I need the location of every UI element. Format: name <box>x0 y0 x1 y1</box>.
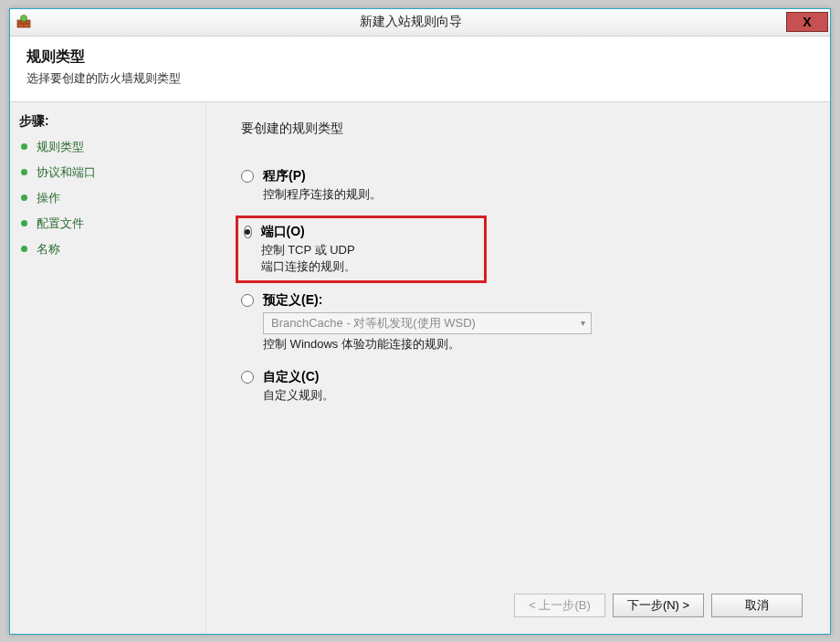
back-button-label: < 上一步(B) <box>529 597 591 614</box>
svg-point-6 <box>21 16 27 22</box>
step-label: 协议和端口 <box>37 164 96 181</box>
option-desc: 控制 TCP 或 UDP 端口连接的规则。 <box>261 242 365 275</box>
wizard-window: 新建入站规则向导 X 规则类型 选择要创建的防火墙规则类型 步骤: 规则类型 协… <box>9 8 831 635</box>
step-label: 操作 <box>37 190 60 206</box>
next-button[interactable]: 下一步(N) > <box>613 594 704 617</box>
bullet-icon <box>21 169 27 175</box>
step-protocol-port[interactable]: 协议和端口 <box>21 164 194 181</box>
content-area: 步骤: 规则类型 协议和端口 操作 配置文件 名称 要创 <box>10 102 830 634</box>
step-name[interactable]: 名称 <box>21 241 194 258</box>
page-subtitle: 选择要创建的防火墙规则类型 <box>26 70 815 87</box>
option-desc: 控制 Windows 体验功能连接的规则。 <box>263 336 592 353</box>
option-custom[interactable]: 自定义(C) 自定义规则。 <box>241 365 803 407</box>
highlight-box: 端口(O) 控制 TCP 或 UDP 端口连接的规则。 <box>236 216 487 283</box>
header-section: 规则类型 选择要创建的防火墙规则类型 <box>10 37 830 102</box>
firewall-icon <box>16 14 32 30</box>
page-title: 规则类型 <box>26 47 815 67</box>
option-title: 预定义(E): <box>263 292 592 309</box>
option-text: 程序(P) 控制程序连接的规则。 <box>263 168 382 203</box>
option-port[interactable]: 端口(O) 控制 TCP 或 UDP 端口连接的规则。 <box>238 222 365 277</box>
radio-custom[interactable] <box>241 371 254 384</box>
close-button[interactable]: X <box>786 12 828 32</box>
option-title: 自定义(C) <box>263 369 334 385</box>
option-desc: 自定义规则。 <box>263 387 334 404</box>
option-text: 自定义(C) 自定义规则。 <box>263 369 334 404</box>
steps-sidebar: 步骤: 规则类型 协议和端口 操作 配置文件 名称 <box>10 102 206 634</box>
step-label: 名称 <box>37 241 60 258</box>
bullet-icon <box>21 143 27 150</box>
cancel-button[interactable]: 取消 <box>711 594 803 617</box>
radio-program[interactable] <box>241 170 254 183</box>
radio-predefined[interactable] <box>241 294 254 307</box>
radio-port[interactable] <box>244 226 252 238</box>
option-text: 端口(O) 控制 TCP 或 UDP 端口连接的规则。 <box>261 224 365 275</box>
option-desc: 控制程序连接的规则。 <box>263 186 382 203</box>
prompt-label: 要创建的规则类型 <box>241 121 803 137</box>
step-rule-type[interactable]: 规则类型 <box>21 139 194 155</box>
step-label: 配置文件 <box>37 216 84 232</box>
option-program[interactable]: 程序(P) 控制程序连接的规则。 <box>241 164 803 206</box>
bullet-icon <box>21 195 27 201</box>
option-text: 预定义(E): BranchCache - 对等机发现(使用 WSD) ▾ 控制… <box>263 292 592 353</box>
window-title: 新建入站规则向导 <box>36 14 786 30</box>
option-title: 端口(O) <box>261 224 365 240</box>
option-title: 程序(P) <box>263 168 382 184</box>
step-label: 规则类型 <box>37 139 84 155</box>
step-action[interactable]: 操作 <box>21 190 194 206</box>
title-bar: 新建入站规则向导 X <box>10 9 830 37</box>
bullet-icon <box>21 246 27 252</box>
predefined-select[interactable]: BranchCache - 对等机发现(使用 WSD) ▾ <box>263 312 592 334</box>
bullet-icon <box>21 220 27 226</box>
steps-heading: 步骤: <box>19 113 196 130</box>
option-predefined[interactable]: 预定义(E): BranchCache - 对等机发现(使用 WSD) ▾ 控制… <box>241 289 803 356</box>
close-icon: X <box>803 15 811 29</box>
back-button[interactable]: < 上一步(B) <box>514 594 605 617</box>
chevron-down-icon: ▾ <box>581 318 585 328</box>
predefined-select-value: BranchCache - 对等机发现(使用 WSD) <box>271 315 476 332</box>
main-panel: 要创建的规则类型 程序(P) 控制程序连接的规则。 端口(O) 控制 TCP 或… <box>206 102 830 634</box>
step-profile[interactable]: 配置文件 <box>21 216 194 232</box>
cancel-button-label: 取消 <box>745 597 769 614</box>
next-button-label: 下一步(N) > <box>627 597 689 614</box>
button-bar: < 上一步(B) 下一步(N) > 取消 <box>241 581 803 619</box>
